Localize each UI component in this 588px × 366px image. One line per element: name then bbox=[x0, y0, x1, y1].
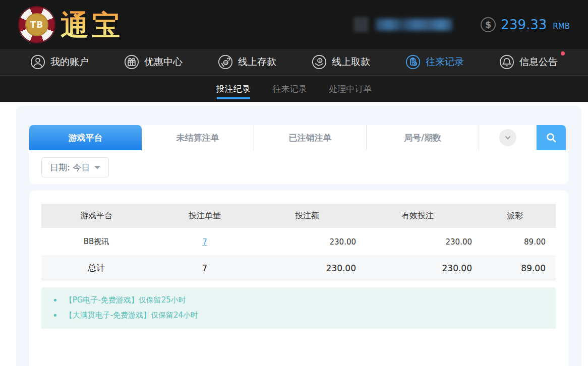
content-panel: 游戏平台 未结算注单 已注销注单 局号/期数 日期: 今日 bbox=[16, 106, 581, 366]
brand-name: 通宝 bbox=[61, 11, 123, 39]
nav-item-online-deposit[interactable]: @ 线上存款 bbox=[218, 54, 276, 70]
total-bet-amount: 230.00 bbox=[258, 263, 363, 273]
balance-amount: 239.33 bbox=[501, 17, 547, 32]
balance-currency: RMB bbox=[553, 22, 570, 31]
avatar bbox=[354, 17, 369, 32]
svg-text:$: $ bbox=[319, 58, 321, 63]
total-valid-bet: 230.00 bbox=[363, 263, 474, 273]
chevron-down-icon bbox=[499, 129, 516, 146]
subnav-tab-pending-orders[interactable]: 处理中订单 bbox=[329, 76, 372, 102]
page-content: 游戏平台 未结算注单 已注销注单 局号/期数 日期: 今日 bbox=[0, 102, 588, 366]
nav-item-promo-center[interactable]: 优惠中心 bbox=[124, 54, 183, 70]
cell-payout: 89.00 bbox=[474, 237, 556, 247]
cell-valid-bet: 230.00 bbox=[363, 237, 474, 247]
nav-item-transaction-records[interactable]: 往来记录 bbox=[405, 54, 464, 70]
promo-notes: 【PG电子-免费游戏】仅保留25小时 【大满贯电子-免费游戏】仅保留24小时 bbox=[41, 287, 556, 329]
nav-label: 我的账户 bbox=[50, 55, 89, 69]
records-subnav: 投注纪录 往来记录 处理中订单 bbox=[0, 76, 588, 102]
tab-round-number[interactable]: 局号/期数 bbox=[367, 125, 479, 150]
total-bet-count: 7 bbox=[151, 263, 258, 273]
caret-down-icon bbox=[94, 166, 100, 169]
table-total-row: 总计 7 230.00 230.00 89.00 bbox=[41, 256, 556, 280]
notice-icon bbox=[499, 54, 514, 70]
total-payout: 89.00 bbox=[474, 263, 556, 273]
bet-count-link[interactable]: 7 bbox=[202, 237, 207, 247]
top-header: TB 通宝 $ 239.33 RMB bbox=[0, 0, 588, 49]
nav-label: 往来记录 bbox=[426, 55, 464, 69]
col-header-payout: 派彩 bbox=[474, 211, 556, 221]
nav-label: 线上取款 bbox=[332, 55, 370, 69]
dollar-coin-icon: $ bbox=[481, 17, 496, 32]
main-navigation: 我的账户 优惠中心 @ 线上存款 $ 线上取款 往来记录 信息公告 bbox=[0, 49, 588, 76]
col-header-platform: 游戏平台 bbox=[41, 211, 151, 221]
results-card: 游戏平台 投注单量 投注额 有效投注 派彩 BB视讯 7 230.00 230.… bbox=[29, 191, 568, 366]
account-icon bbox=[30, 54, 45, 70]
poker-chip-logo-icon: TB bbox=[18, 6, 55, 43]
bet-summary-table: 游戏平台 投注单量 投注额 有效投注 派彩 BB视讯 7 230.00 230.… bbox=[41, 204, 556, 280]
cell-platform: BB视讯 bbox=[41, 237, 151, 247]
tab-game-platform[interactable]: 游戏平台 bbox=[29, 125, 142, 150]
unread-dot bbox=[561, 51, 565, 55]
wallet-balance[interactable]: $ 239.33 RMB bbox=[481, 17, 570, 32]
subnav-tab-transactions[interactable]: 往来记录 bbox=[273, 76, 307, 102]
nav-item-announcements[interactable]: 信息公告 bbox=[499, 54, 558, 70]
nav-label: 信息公告 bbox=[519, 55, 558, 69]
brand-logo[interactable]: TB 通宝 bbox=[18, 6, 123, 43]
deposit-icon: @ bbox=[218, 54, 233, 70]
logo-tb-monogram: TB bbox=[25, 13, 48, 36]
tab-cancelled-bets[interactable]: 已注销注单 bbox=[254, 125, 367, 150]
table-header-row: 游戏平台 投注单量 投注额 有效投注 派彩 bbox=[41, 204, 556, 228]
promo-icon bbox=[124, 54, 139, 70]
svg-text:@: @ bbox=[224, 61, 227, 65]
note-item: 【大满贯电子-免费游戏】仅保留24小时 bbox=[41, 308, 556, 323]
user-account-summary[interactable] bbox=[354, 17, 452, 32]
nav-label: 优惠中心 bbox=[144, 55, 183, 69]
col-header-bet-amount: 投注额 bbox=[258, 211, 363, 221]
table-row: BB视讯 7 230.00 230.00 89.00 bbox=[41, 228, 556, 256]
nav-label: 线上存款 bbox=[238, 55, 276, 69]
date-filter-dropdown[interactable]: 日期: 今日 bbox=[41, 157, 109, 177]
search-button[interactable] bbox=[537, 125, 566, 150]
nav-item-online-withdraw[interactable]: $ 线上取款 bbox=[312, 54, 370, 70]
withdraw-icon: $ bbox=[312, 54, 327, 70]
platform-select-dropdown[interactable] bbox=[479, 125, 537, 150]
col-header-valid-bet: 有效投注 bbox=[363, 211, 474, 221]
tab-unsettled-bets[interactable]: 未结算注单 bbox=[142, 125, 254, 150]
nav-item-my-account[interactable]: 我的账户 bbox=[30, 54, 89, 70]
search-icon bbox=[545, 132, 557, 144]
note-item: 【PG电子-免费游戏】仅保留25小时 bbox=[41, 292, 556, 308]
records-icon bbox=[405, 54, 421, 70]
total-label: 总计 bbox=[41, 262, 151, 274]
filter-tab-row: 游戏平台 未结算注单 已注销注单 局号/期数 bbox=[29, 125, 568, 150]
username-redacted bbox=[376, 19, 452, 31]
cell-bet-amount: 230.00 bbox=[258, 237, 363, 247]
date-filter-label: 日期: 今日 bbox=[50, 162, 90, 173]
col-header-bet-count: 投注单量 bbox=[151, 211, 258, 221]
filter-card: 日期: 今日 bbox=[29, 150, 568, 184]
subnav-tab-bet-records[interactable]: 投注纪录 bbox=[216, 76, 251, 102]
